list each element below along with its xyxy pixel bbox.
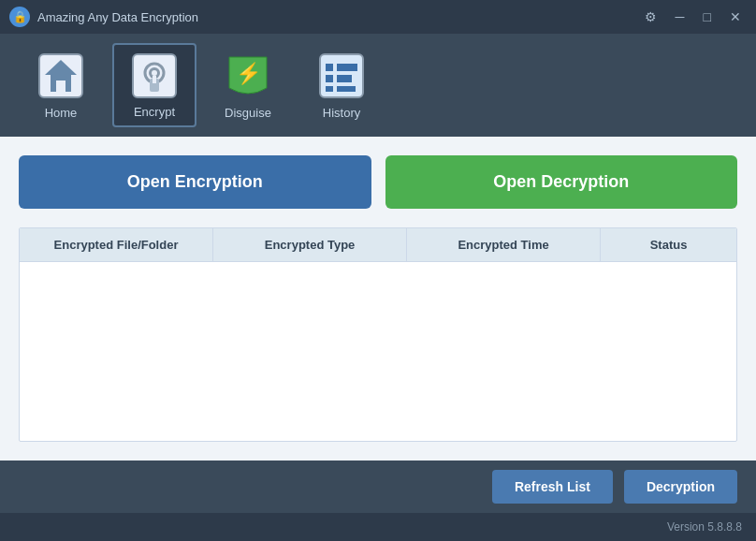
svg-rect-8 [153, 76, 156, 83]
refresh-list-button[interactable]: Refresh List [492, 470, 613, 504]
version-text: Version 5.8.8.8 [667, 520, 742, 534]
minimize-button[interactable]: ─ [670, 7, 691, 26]
settings-button[interactable]: ⚙ [639, 7, 662, 26]
bottom-bar: Refresh List Decryption [0, 461, 756, 513]
col-file-folder: Encrypted File/Folder [20, 228, 213, 261]
encrypt-label: Encrypt [134, 105, 175, 119]
col-type: Encrypted Type [213, 228, 407, 261]
history-icon [317, 51, 366, 100]
sidebar-item-encrypt[interactable]: Encrypt [112, 43, 196, 127]
svg-point-7 [152, 70, 157, 76]
svg-rect-12 [337, 64, 357, 71]
titlebar: 🔒 Amazing Any Data Encryption ⚙ ─ □ ✕ [0, 0, 756, 34]
svg-text:⚡: ⚡ [236, 61, 262, 86]
action-buttons: Open Encryption Open Decryption [19, 155, 737, 209]
main-content: Open Encryption Open Decryption Encrypte… [0, 137, 756, 461]
statusbar: Version 5.8.8.8 [0, 513, 756, 541]
svg-rect-11 [326, 64, 333, 71]
sidebar-item-history[interactable]: History [299, 43, 384, 127]
col-time: Encrypted Time [407, 228, 601, 261]
svg-rect-14 [337, 75, 352, 82]
encrypt-icon [130, 52, 179, 99]
encrypted-files-table: Encrypted File/Folder Encrypted Type Enc… [19, 227, 737, 442]
navbar: Home Encrypt ⚡ Disguise [0, 34, 756, 137]
app-icon: 🔒 [9, 7, 30, 27]
svg-rect-16 [337, 86, 356, 92]
open-decryption-button[interactable]: Open Decryption [385, 155, 738, 209]
home-label: Home [45, 106, 78, 120]
home-icon [36, 51, 85, 100]
open-encryption-button[interactable]: Open Encryption [19, 155, 371, 209]
col-status: Status [601, 228, 736, 261]
sidebar-item-disguise[interactable]: ⚡ Disguise [206, 43, 290, 127]
app-title: Amazing Any Data Encryption [37, 10, 639, 24]
window-controls: ⚙ ─ □ ✕ [639, 7, 747, 26]
decryption-button[interactable]: Decryption [624, 470, 737, 504]
svg-rect-15 [326, 86, 333, 92]
svg-rect-13 [326, 75, 333, 82]
close-button[interactable]: ✕ [724, 7, 747, 26]
disguise-icon: ⚡ [224, 51, 272, 100]
history-label: History [323, 106, 360, 120]
svg-rect-2 [56, 80, 65, 92]
disguise-label: Disguise [225, 106, 271, 120]
table-body [20, 262, 736, 439]
sidebar-item-home[interactable]: Home [19, 43, 103, 127]
maximize-button[interactable]: □ [698, 7, 717, 26]
table-header: Encrypted File/Folder Encrypted Type Enc… [20, 228, 736, 262]
